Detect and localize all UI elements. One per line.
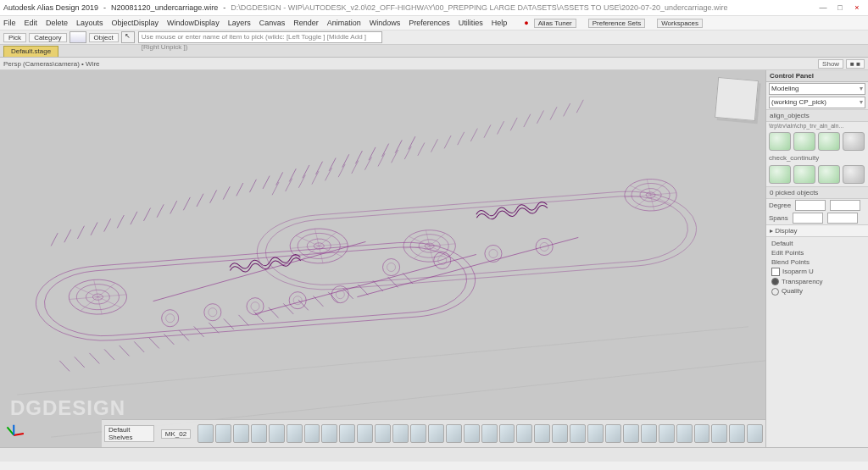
command-hint[interactable]: Use mouse or enter name of item to pick … — [138, 31, 382, 43]
shelf-tool-icon[interactable] — [321, 424, 337, 443]
menu-windowdisplay[interactable]: WindowDisplay — [167, 19, 220, 27]
svg-line-92 — [153, 241, 366, 301]
menu-edit[interactable]: Edit — [25, 19, 38, 27]
disp-blendpoints[interactable]: Blend Points — [771, 257, 863, 267]
svg-line-59 — [314, 295, 324, 307]
working-select[interactable]: (working CP_pick) — [769, 97, 865, 108]
quality-label[interactable]: Quality — [782, 287, 803, 295]
menu-preferences[interactable]: Preferences — [409, 19, 450, 27]
shelf-tool-icon[interactable] — [676, 424, 693, 443]
menu-canvas[interactable]: Canvas — [259, 19, 286, 27]
shelf-tool-icon[interactable] — [534, 424, 550, 443]
disp-default[interactable]: Default — [771, 239, 863, 248]
shelf-tool-icon[interactable] — [729, 424, 745, 443]
shelf-tool-icon[interactable] — [251, 424, 267, 443]
close-button[interactable]: × — [849, 2, 865, 14]
shelf-tool-icon[interactable] — [357, 424, 373, 443]
view-cube[interactable] — [715, 77, 759, 121]
stage-tab-active[interactable]: Default.stage — [3, 46, 58, 57]
shelf-tool-icon[interactable] — [623, 424, 639, 443]
shelf-tool-icon[interactable] — [375, 424, 391, 443]
shelf-tool-icon[interactable] — [605, 424, 621, 443]
cursor-icon[interactable]: ↖ — [121, 31, 135, 43]
shelf-tool-icon[interactable] — [464, 424, 480, 443]
transparency-radio[interactable] — [771, 278, 779, 285]
swatch-icon[interactable] — [793, 132, 815, 151]
shelf-tool-icon[interactable] — [410, 424, 426, 443]
shelf-tool-icon[interactable] — [747, 424, 763, 443]
shelf-tool-icon[interactable] — [198, 424, 214, 443]
menu-file[interactable]: File — [3, 19, 16, 27]
spans-u-input[interactable] — [793, 213, 823, 224]
shelf-tool-icon[interactable] — [711, 424, 727, 443]
shelf-tool-icon[interactable] — [392, 424, 409, 443]
svg-line-21 — [142, 208, 153, 221]
alias-tuner-icon[interactable]: ● — [524, 19, 528, 27]
shelf-tool-icon[interactable] — [287, 424, 303, 443]
shelf-tool-icon[interactable] — [641, 424, 657, 443]
show-button[interactable]: Show — [818, 59, 843, 69]
alias-tuner-button[interactable]: Alias Tuner — [534, 19, 576, 28]
minimize-button[interactable]: — — [815, 2, 831, 14]
svg-line-83 — [469, 129, 479, 141]
svg-line-80 — [430, 139, 440, 152]
tool-icon[interactable] — [70, 31, 86, 43]
shelf-tool-icon[interactable] — [339, 424, 355, 443]
swatch-icon[interactable] — [793, 165, 815, 184]
workspaces-button[interactable]: Workspaces — [657, 19, 703, 28]
pick-button[interactable]: Pick — [3, 33, 26, 42]
shelf-tool-icon[interactable] — [516, 424, 532, 443]
svg-line-88 — [535, 111, 545, 124]
shelf-tool-icon[interactable] — [446, 424, 462, 443]
shelf-tool-icon[interactable] — [694, 424, 710, 443]
shelf-tool-icon[interactable] — [233, 424, 249, 443]
disp-editpoints[interactable]: Edit Points — [771, 248, 863, 257]
menu-render[interactable]: Render — [293, 19, 319, 27]
pick-mode-button[interactable]: Object — [89, 33, 119, 42]
shelf-tool-icon[interactable] — [659, 424, 675, 443]
category-button[interactable]: Category — [29, 33, 66, 42]
swatch-icon[interactable] — [769, 165, 791, 184]
quality-radio[interactable] — [771, 288, 779, 296]
menu-objectdisplay[interactable]: ObjectDisplay — [112, 19, 159, 27]
display-section-header[interactable]: Display — [775, 227, 797, 235]
picked-section-header[interactable]: 0 picked objects — [766, 186, 868, 199]
check-continuity-label[interactable]: check_continuity — [766, 153, 868, 163]
maximize-button[interactable]: □ — [832, 2, 848, 14]
shelf-tab-mk02[interactable]: MK_02 — [161, 429, 191, 439]
shelf-tool-icon[interactable] — [499, 424, 515, 443]
shelf-tool-icon[interactable] — [587, 424, 604, 443]
swatch-icon[interactable] — [843, 165, 865, 184]
menu-windows[interactable]: Windows — [370, 19, 401, 27]
perspective-viewport[interactable]: DGDESIGN Default Shelves MK_02 — [0, 70, 765, 447]
menu-help[interactable]: Help — [492, 19, 508, 27]
menu-layouts[interactable]: Layouts — [76, 19, 103, 27]
swatch-icon[interactable] — [769, 132, 791, 151]
shelf-tool-icon[interactable] — [428, 424, 444, 443]
swatch-icon[interactable] — [818, 165, 840, 184]
shelf-tool-icon[interactable] — [481, 424, 498, 443]
svg-line-42 — [59, 360, 70, 373]
shelf-tool-icon[interactable] — [269, 424, 285, 443]
menu-delete[interactable]: Delete — [46, 19, 68, 27]
swatch-icon[interactable] — [843, 132, 865, 151]
isoparm-checkbox[interactable] — [771, 268, 780, 276]
menu-utilities[interactable]: Utilities — [459, 19, 483, 27]
preference-sets-button[interactable]: Preference Sets — [588, 19, 645, 28]
swatch-icon[interactable] — [818, 132, 840, 151]
degree-v-input[interactable] — [830, 200, 860, 211]
menu-animation[interactable]: Animation — [327, 19, 361, 27]
shelf-tool-icon[interactable] — [552, 424, 568, 443]
transparency-label[interactable]: Transparency — [782, 278, 823, 285]
shelf-tool-icon[interactable] — [570, 424, 586, 443]
shelf-tool-icon[interactable] — [215, 424, 231, 443]
disp-isoparm[interactable]: Isoparm U — [782, 268, 814, 275]
menu-layers[interactable]: Layers — [228, 19, 251, 27]
title-bar: Autodesk Alias Design 2019 - N20081120_u… — [0, 0, 868, 16]
mode-select[interactable]: Modeling — [769, 83, 865, 95]
layout-toggle[interactable]: ■ ■ — [846, 59, 865, 69]
shelf-tool-icon[interactable] — [304, 424, 320, 443]
degree-u-input[interactable] — [795, 200, 826, 211]
shelf-tab-default[interactable]: Default Shelves — [104, 425, 154, 442]
spans-v-input[interactable] — [827, 213, 858, 224]
